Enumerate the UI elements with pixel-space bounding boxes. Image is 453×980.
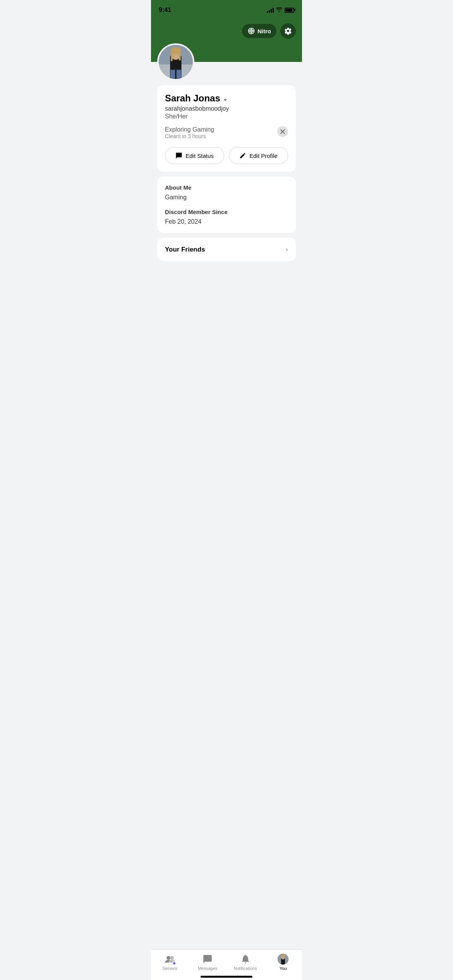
friends-card[interactable]: Your Friends › [157,238,296,261]
edit-profile-button[interactable]: Edit Profile [229,147,288,164]
chevron-down-icon[interactable]: ⌄ [223,95,228,102]
chat-icon [175,152,182,159]
close-icon [280,129,285,134]
avatar-image [159,45,193,79]
friends-label: Your Friends [165,246,205,254]
status-time: 9:41 [159,7,171,14]
profile-card: Sarah Jonas ⌄ sarahjonasbobmoodjoy She/H… [157,85,296,172]
profile-pronouns: She/Her [165,113,288,120]
nitro-icon [247,27,255,35]
status-clears: Clears in 3 hours [165,133,214,139]
nitro-label: Nitro [257,28,271,34]
wifi-icon [276,7,282,13]
edit-status-button[interactable]: Edit Status [165,147,224,164]
avatar-container [157,43,302,81]
status-text: Exploring Gaming [165,126,214,133]
about-me-text: Gaming [165,194,288,201]
status-bar: 9:41 [151,0,302,19]
status-info: Exploring Gaming Clears in 3 hours [165,126,214,139]
action-buttons: Edit Status Edit Profile [165,147,288,164]
avatar [157,43,194,81]
about-card: About Me Gaming Discord Member Since Feb… [157,176,296,233]
clear-status-button[interactable] [277,126,288,137]
about-me-title: About Me [165,184,288,191]
edit-status-label: Edit Status [185,152,214,159]
profile-username: sarahjonasbobmoodjoy [165,105,288,112]
svg-rect-11 [170,70,175,79]
edit-profile-label: Edit Profile [249,152,278,159]
battery-icon [285,8,294,13]
status-row: Exploring Gaming Clears in 3 hours [165,126,288,139]
svg-rect-9 [171,51,173,62]
member-since-title: Discord Member Since [165,209,288,215]
member-since-date: Feb 20, 2024 [165,218,288,225]
status-icons [267,7,294,13]
svg-rect-12 [177,70,181,79]
profile-name-row: Sarah Jonas ⌄ [165,93,288,104]
signal-icon [267,7,274,13]
pencil-icon [239,152,246,159]
chevron-right-icon: › [286,245,288,254]
main-content: Sarah Jonas ⌄ sarahjonasbobmoodjoy She/H… [151,81,302,305]
profile-display-name: Sarah Jonas [165,93,220,104]
svg-rect-10 [179,51,181,61]
gear-icon [284,27,292,35]
nitro-button[interactable]: Nitro [242,24,276,38]
settings-button[interactable] [280,23,296,39]
